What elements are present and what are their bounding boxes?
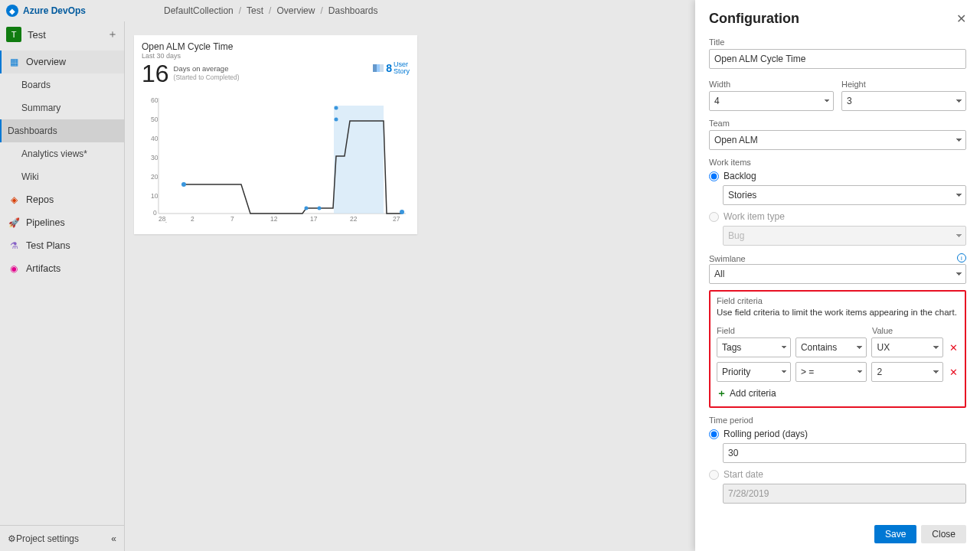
bar-icon [373, 64, 384, 72]
svg-point-11 [318, 207, 322, 210]
startdate-input [723, 484, 966, 504]
criteria-row: Priority > = 2 ✕ [717, 362, 959, 382]
nav-label: Artifacts [26, 263, 60, 274]
gear-icon: ⚙ [8, 533, 16, 544]
criteria-value-select[interactable]: UX [871, 337, 943, 357]
project-badge: T [6, 27, 21, 42]
svg-text:17: 17 [310, 215, 318, 223]
nav-pipelines[interactable]: 🚀 Pipelines [0, 211, 124, 234]
breadcrumb-project[interactable]: Test [247, 5, 263, 16]
chart-svg: 605040 3020100 28Jul [142, 89, 410, 223]
overview-icon: ▦ [8, 56, 20, 68]
widget-legend: 8 UserStory [373, 61, 410, 75]
project-name: Test [28, 29, 107, 41]
breadcrumb-page[interactable]: Dashboards [328, 5, 378, 16]
wit-radio[interactable] [709, 212, 719, 222]
svg-text:22: 22 [350, 215, 358, 223]
nav-boards[interactable]: Boards [0, 73, 124, 96]
svg-text:Jul: Jul [158, 221, 167, 223]
breadcrumb-section[interactable]: Overview [276, 5, 315, 16]
close-icon[interactable]: ✕ [956, 11, 966, 26]
nav-summary[interactable]: Summary [0, 96, 124, 119]
startdate-radio[interactable] [709, 470, 719, 480]
config-panel: Configuration ✕ Title Width 4 Height 3 T… [695, 0, 980, 551]
width-select[interactable]: 4 [709, 91, 834, 111]
nav-label: Repos [26, 194, 54, 205]
team-label: Team [709, 119, 966, 128]
testplans-icon: ⚗ [8, 240, 20, 252]
add-icon[interactable]: ＋ [107, 28, 118, 41]
criteria-value-select[interactable]: 2 [871, 362, 943, 382]
criteria-field-select[interactable]: Tags [717, 337, 791, 357]
nav-label: Test Plans [26, 240, 70, 251]
rolling-radio-row[interactable]: Rolling period (days) [709, 429, 966, 439]
height-label: Height [841, 80, 966, 89]
svg-point-9 [181, 182, 186, 187]
criteria-row: Tags Contains UX ✕ [717, 337, 959, 357]
svg-point-10 [305, 207, 309, 210]
pipelines-icon: 🚀 [8, 217, 20, 229]
svg-point-13 [335, 118, 338, 122]
svg-text:12: 12 [270, 215, 278, 223]
breadcrumb-collection[interactable]: DefaultCollection [164, 5, 234, 16]
project-row[interactable]: T Test ＋ [0, 21, 124, 47]
swimlane-select[interactable]: All [709, 264, 966, 284]
width-label: Width [709, 80, 834, 89]
cycle-time-widget[interactable]: Open ALM Cycle Time Last 30 days 16 Days… [134, 35, 417, 234]
svg-point-12 [335, 106, 338, 110]
breadcrumb-sep-icon: / [239, 5, 241, 16]
svg-text:20: 20 [151, 173, 158, 181]
wit-select: Bug [723, 226, 966, 246]
widget-metric: 16 [142, 61, 169, 86]
nav-testplans[interactable]: ⚗ Test Plans [0, 234, 124, 257]
svg-text:30: 30 [151, 154, 158, 161]
nav-artifacts[interactable]: ◉ Artifacts [0, 257, 124, 280]
field-col-label: Field [717, 326, 792, 335]
widget-title: Open ALM Cycle Time [142, 41, 410, 52]
close-button[interactable]: Close [921, 525, 966, 543]
height-select[interactable]: 3 [841, 91, 966, 111]
brand-name[interactable]: Azure DevOps [23, 5, 86, 16]
delete-criteria-icon[interactable]: ✕ [948, 342, 959, 354]
wit-radio-row[interactable]: Work item type [709, 211, 966, 222]
rolling-input[interactable] [723, 443, 966, 463]
repos-icon: ◈ [8, 194, 20, 206]
nav-dashboards[interactable]: Dashboards [0, 119, 124, 142]
value-col-label: Value [872, 326, 943, 335]
backlog-select[interactable]: Stories [723, 185, 966, 205]
save-button[interactable]: Save [874, 525, 916, 543]
svg-point-14 [400, 210, 404, 214]
nav-overview[interactable]: ▦ Overview [0, 51, 124, 73]
workitems-label: Work items [709, 158, 966, 167]
azdo-logo-icon: ◆ [6, 5, 18, 17]
svg-text:60: 60 [151, 96, 158, 104]
svg-text:40: 40 [151, 135, 158, 142]
svg-text:0: 0 [153, 209, 157, 217]
breadcrumb-sep-icon: / [269, 5, 271, 16]
startdate-radio-row[interactable]: Start date [709, 469, 966, 480]
criteria-op-select[interactable]: Contains [795, 337, 867, 357]
time-period-label: Time period [709, 416, 966, 425]
nav-label: Pipelines [26, 217, 65, 228]
rolling-radio[interactable] [709, 429, 719, 439]
artifacts-icon: ◉ [8, 262, 20, 275]
backlog-radio-row[interactable]: Backlog [709, 171, 966, 181]
criteria-field-select[interactable]: Priority [717, 362, 791, 382]
chart-area: 605040 3020100 28Jul [142, 89, 410, 223]
field-criteria-label: Field criteria [717, 296, 959, 305]
title-input[interactable] [709, 49, 966, 69]
nav-repos[interactable]: ◈ Repos [0, 188, 124, 211]
svg-text:Aug: Aug [188, 221, 199, 223]
criteria-op-select[interactable]: > = [795, 362, 867, 382]
panel-heading: Configuration [709, 11, 799, 27]
widget-metric-desc: Days on average (Started to Completed) [174, 64, 240, 86]
add-criteria-button[interactable]: ＋ Add criteria [717, 386, 959, 400]
backlog-radio[interactable] [709, 171, 719, 181]
nav-wiki[interactable]: Wiki [0, 165, 124, 188]
delete-criteria-icon[interactable]: ✕ [948, 367, 959, 378]
team-select[interactable]: Open ALM [709, 130, 966, 150]
collapse-icon[interactable]: « [111, 533, 116, 544]
nav-analytics[interactable]: Analytics views* [0, 142, 124, 165]
info-icon[interactable]: i [957, 253, 966, 262]
project-settings[interactable]: ⚙Project settings « [0, 525, 124, 551]
